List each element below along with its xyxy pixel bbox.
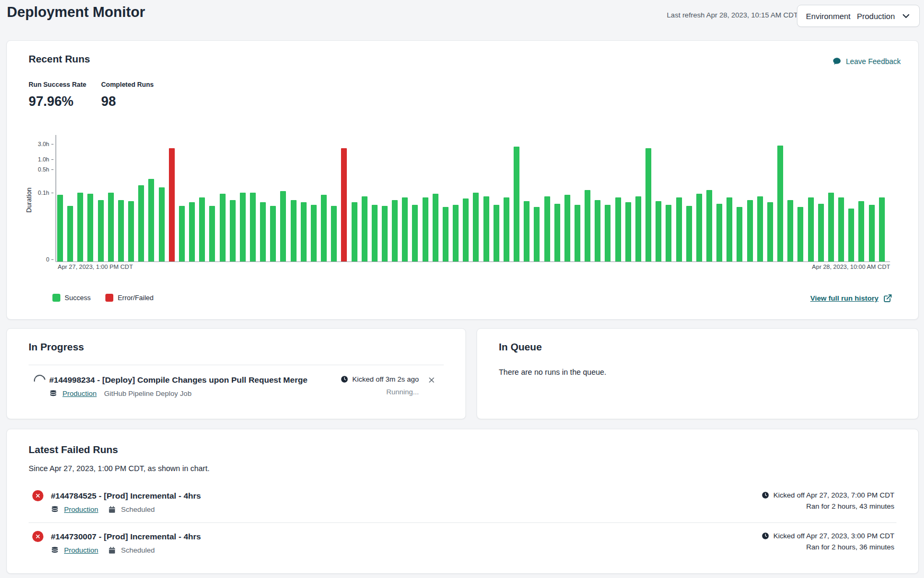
run-bar-success[interactable] <box>453 205 459 261</box>
run-bar-success[interactable] <box>291 200 297 262</box>
run-bar-success[interactable] <box>676 197 682 261</box>
run-bar-success[interactable] <box>757 196 763 261</box>
run-bar-success[interactable] <box>564 195 570 261</box>
calendar-icon <box>108 546 116 554</box>
run-bar-success[interactable] <box>595 200 600 262</box>
run-bar-success[interactable] <box>635 196 641 261</box>
run-bar-success[interactable] <box>159 187 165 261</box>
run-bar-success[interactable] <box>696 194 702 261</box>
y-axis-tick-label: 0.1h <box>38 189 49 196</box>
run-bar-success[interactable] <box>686 206 692 261</box>
run-bar-success[interactable] <box>433 194 438 261</box>
run-bar-success[interactable] <box>575 205 580 261</box>
run-bar-success[interactable] <box>615 197 621 261</box>
environment-dropdown-label: Environment <box>806 12 850 21</box>
run-bar-success[interactable] <box>108 193 114 261</box>
run-bar-failed[interactable] <box>169 148 175 261</box>
run-bar-success[interactable] <box>645 148 651 261</box>
run-bar-success[interactable] <box>321 195 327 261</box>
run-bar-success[interactable] <box>554 204 560 262</box>
run-bar-success[interactable] <box>392 200 398 262</box>
legend-item-error-failed[interactable]: Error/Failed <box>105 294 154 302</box>
leave-feedback-link[interactable]: Leave Feedback <box>832 57 901 66</box>
run-bar-success[interactable] <box>382 206 388 261</box>
run-bar-success[interactable] <box>270 206 276 261</box>
run-bar-success[interactable] <box>331 206 337 261</box>
run-bar-success[interactable] <box>250 193 256 261</box>
in-progress-environment-link[interactable]: Production <box>62 390 97 398</box>
run-bar-success[interactable] <box>585 190 590 261</box>
clock-icon <box>761 532 769 540</box>
run-bar-success[interactable] <box>534 207 540 261</box>
success-swatch-icon <box>52 294 60 302</box>
run-bar-success[interactable] <box>879 197 885 261</box>
run-bar-success[interactable] <box>737 207 742 261</box>
failed-run-environment-link[interactable]: Production <box>64 505 98 513</box>
run-bar-success[interactable] <box>747 200 753 262</box>
run-bar-success[interactable] <box>423 197 428 261</box>
run-bar-success[interactable] <box>138 185 144 261</box>
run-bar-success[interactable] <box>240 193 246 261</box>
run-bar-success[interactable] <box>280 191 286 261</box>
run-bar-success[interactable] <box>57 195 63 261</box>
run-bar-success[interactable] <box>189 202 195 261</box>
run-bar-success[interactable] <box>220 194 226 261</box>
run-bar-success[interactable] <box>767 202 773 261</box>
run-bar-success[interactable] <box>828 193 834 261</box>
view-full-run-history-link[interactable]: View full run history <box>810 294 892 303</box>
run-bar-success[interactable] <box>777 146 783 261</box>
run-bar-success[interactable] <box>808 197 814 261</box>
run-bar-failed[interactable] <box>341 148 347 261</box>
run-bar-success[interactable] <box>301 202 307 261</box>
legend-item-success[interactable]: Success <box>52 294 91 302</box>
run-bar-success[interactable] <box>504 197 509 261</box>
failed-run-duration: Ran for 2 hours, 36 minutes <box>806 543 894 551</box>
run-bar-success[interactable] <box>858 201 864 261</box>
run-bar-success[interactable] <box>179 206 185 261</box>
failed-run-environment-link[interactable]: Production <box>64 546 98 554</box>
run-bar-success[interactable] <box>77 193 83 261</box>
run-bar-success[interactable] <box>67 206 73 261</box>
run-bar-success[interactable] <box>87 194 93 261</box>
run-bar-success[interactable] <box>514 147 519 261</box>
run-bar-success[interactable] <box>483 196 489 261</box>
run-bar-success[interactable] <box>199 197 205 261</box>
run-bar-success[interactable] <box>412 205 418 261</box>
run-bar-success[interactable] <box>372 205 378 261</box>
run-bar-success[interactable] <box>666 205 671 261</box>
run-bar-success[interactable] <box>706 190 712 261</box>
run-bar-success[interactable] <box>260 202 266 261</box>
run-bar-success[interactable] <box>848 209 854 261</box>
run-bar-success[interactable] <box>352 202 357 261</box>
run-bar-success[interactable] <box>787 200 793 262</box>
environment-dropdown-value: Production <box>857 12 895 21</box>
run-bar-success[interactable] <box>311 205 317 261</box>
environment-dropdown[interactable]: Environment Production <box>797 5 920 27</box>
run-bar-success[interactable] <box>869 205 875 261</box>
run-bar-success[interactable] <box>605 205 611 261</box>
run-bar-success[interactable] <box>443 207 448 261</box>
run-bar-success[interactable] <box>209 206 215 261</box>
close-icon[interactable] <box>427 376 436 384</box>
run-bar-success[interactable] <box>716 204 722 262</box>
run-bar-success[interactable] <box>797 207 803 261</box>
run-bar-success[interactable] <box>230 200 236 262</box>
run-bar-success[interactable] <box>656 201 661 261</box>
run-bar-success[interactable] <box>494 205 499 261</box>
run-bar-success[interactable] <box>148 179 154 261</box>
run-bar-success[interactable] <box>818 204 824 262</box>
run-bar-success[interactable] <box>726 197 732 261</box>
run-bar-success[interactable] <box>118 200 124 262</box>
latest-failed-runs-subtitle: Since Apr 27, 2023, 1:00 PM CDT, as show… <box>29 464 210 473</box>
run-bar-success[interactable] <box>625 202 631 261</box>
run-bar-success[interactable] <box>98 200 104 262</box>
run-bar-success[interactable] <box>524 201 530 261</box>
run-bar-success[interactable] <box>473 193 479 261</box>
failed-run-kicked-off: Kicked off Apr 27, 2023, 7:00 PM CDT <box>761 491 894 499</box>
run-bar-success[interactable] <box>544 196 550 261</box>
run-bar-success[interactable] <box>838 197 844 261</box>
run-bar-success[interactable] <box>362 196 367 261</box>
run-bar-success[interactable] <box>402 197 408 261</box>
run-bar-success[interactable] <box>463 198 469 261</box>
run-bar-success[interactable] <box>128 201 134 261</box>
